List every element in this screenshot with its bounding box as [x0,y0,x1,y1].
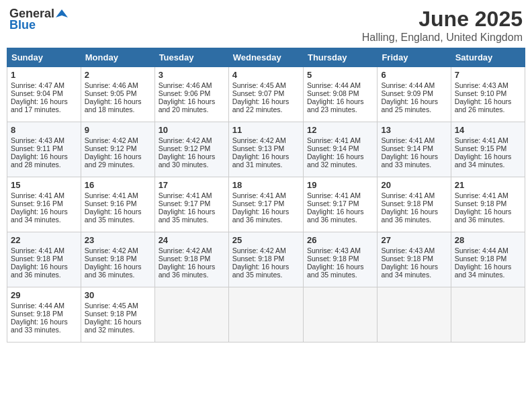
daylight-label: Daylight: 16 hours and 25 minutes. [381,97,438,113]
sunset-label: Sunset: 9:18 PM [85,255,137,263]
daylight-label: Daylight: 16 hours and 35 minutes. [159,208,216,224]
day-number: 2 [85,70,151,80]
sunrise-label: Sunrise: 4:44 AM [307,81,361,89]
sunset-label: Sunset: 9:18 PM [455,199,507,208]
daylight-label: Daylight: 16 hours and 34 minutes. [381,263,438,279]
day-number: 16 [85,180,151,190]
day-number: 18 [232,180,300,190]
daylight-label: Daylight: 16 hours and 22 minutes. [232,97,290,113]
calendar-cell: 17 Sunrise: 4:41 AM Sunset: 9:17 PM Dayl… [154,177,228,232]
calendar-cell: 1 Sunrise: 4:47 AM Sunset: 9:04 PM Dayli… [7,67,81,122]
sunrise-label: Sunrise: 4:42 AM [85,246,138,255]
sunrise-label: Sunrise: 4:41 AM [307,191,361,199]
calendar-cell: 15 Sunrise: 4:41 AM Sunset: 9:16 PM Dayl… [7,177,81,232]
sunrise-label: Sunrise: 4:43 AM [11,136,64,144]
header-friday: Friday [378,48,451,67]
calendar-cell: 2 Sunrise: 4:46 AM Sunset: 9:05 PM Dayli… [81,67,154,122]
sunset-label: Sunset: 9:13 PM [232,144,285,152]
calendar-cell: 10 Sunrise: 4:42 AM Sunset: 9:12 PM Dayl… [154,122,228,177]
sunrise-label: Sunrise: 4:41 AM [232,191,286,199]
day-number: 25 [232,235,300,245]
calendar-week-row: 1 Sunrise: 4:47 AM Sunset: 9:04 PM Dayli… [7,67,525,122]
sunrise-label: Sunrise: 4:41 AM [455,191,508,199]
title-block: June 2025 Halling, England, United Kingd… [362,7,523,44]
day-number: 15 [11,180,77,190]
day-number: 29 [11,290,77,300]
daylight-label: Daylight: 16 hours and 18 minutes. [85,97,142,113]
calendar-cell: 21 Sunrise: 4:41 AM Sunset: 9:18 PM Dayl… [451,177,525,232]
logo-blue-text: Blue [9,18,36,32]
header-wednesday: Wednesday [228,48,303,67]
logo-bird-icon [56,8,68,20]
day-number: 27 [381,235,447,245]
daylight-label: Daylight: 16 hours and 36 minutes. [85,263,142,279]
calendar-cell: 16 Sunrise: 4:41 AM Sunset: 9:16 PM Dayl… [81,177,154,232]
calendar-cell [303,287,377,342]
sunrise-label: Sunrise: 4:42 AM [85,136,138,144]
sunrise-label: Sunrise: 4:45 AM [85,302,138,310]
calendar-cell: 3 Sunrise: 4:46 AM Sunset: 9:06 PM Dayli… [154,67,228,122]
daylight-label: Daylight: 16 hours and 17 minutes. [11,97,68,113]
sunrise-label: Sunrise: 4:41 AM [11,191,64,199]
day-number: 24 [159,235,225,245]
daylight-label: Daylight: 16 hours and 31 minutes. [232,152,290,169]
daylight-label: Daylight: 16 hours and 36 minutes. [307,208,364,224]
calendar-week-row: 8 Sunrise: 4:43 AM Sunset: 9:11 PM Dayli… [7,122,525,177]
calendar-cell: 8 Sunrise: 4:43 AM Sunset: 9:11 PM Dayli… [7,122,81,177]
daylight-label: Daylight: 16 hours and 35 minutes. [307,263,364,279]
sunset-label: Sunset: 9:11 PM [11,144,63,152]
calendar-cell: 27 Sunrise: 4:43 AM Sunset: 9:18 PM Dayl… [378,232,451,287]
day-number: 19 [307,180,373,190]
calendar-cell [378,287,451,342]
sunset-label: Sunset: 9:05 PM [85,89,137,97]
sunset-label: Sunset: 9:18 PM [11,255,63,263]
calendar-cell: 24 Sunrise: 4:42 AM Sunset: 9:18 PM Dayl… [154,232,228,287]
sunset-label: Sunset: 9:15 PM [455,144,507,152]
calendar-cell: 25 Sunrise: 4:42 AM Sunset: 9:18 PM Dayl… [228,232,303,287]
sunrise-label: Sunrise: 4:41 AM [159,191,212,199]
svg-marker-0 [56,9,68,17]
day-number: 14 [455,125,521,135]
calendar-cell: 30 Sunrise: 4:45 AM Sunset: 9:18 PM Dayl… [81,287,154,342]
header-sunday: Sunday [7,48,81,67]
calendar-cell: 4 Sunrise: 4:45 AM Sunset: 9:07 PM Dayli… [228,67,303,122]
sunrise-label: Sunrise: 4:46 AM [159,81,212,89]
sunset-label: Sunset: 9:09 PM [381,89,433,97]
daylight-label: Daylight: 16 hours and 34 minutes. [455,152,512,169]
calendar-cell: 23 Sunrise: 4:42 AM Sunset: 9:18 PM Dayl… [81,232,154,287]
sunset-label: Sunset: 9:06 PM [159,89,211,97]
sunset-label: Sunset: 9:18 PM [85,310,137,318]
day-number: 6 [381,70,447,80]
calendar-cell [228,287,303,342]
day-number: 21 [455,180,521,190]
daylight-label: Daylight: 16 hours and 36 minutes. [381,208,438,224]
day-number: 13 [381,125,447,135]
sunset-label: Sunset: 9:07 PM [232,89,285,97]
sunrise-label: Sunrise: 4:45 AM [232,81,286,89]
daylight-label: Daylight: 16 hours and 35 minutes. [232,263,290,279]
sunrise-label: Sunrise: 4:46 AM [85,81,138,89]
location-title: Halling, England, United Kingdom [362,32,523,44]
sunset-label: Sunset: 9:16 PM [85,199,137,208]
calendar-cell: 29 Sunrise: 4:44 AM Sunset: 9:18 PM Dayl… [7,287,81,342]
sunrise-label: Sunrise: 4:41 AM [455,136,508,144]
daylight-label: Daylight: 16 hours and 23 minutes. [307,97,364,113]
calendar-cell: 19 Sunrise: 4:41 AM Sunset: 9:17 PM Dayl… [303,177,377,232]
logo: General Blue [9,7,68,32]
calendar-cell: 18 Sunrise: 4:41 AM Sunset: 9:17 PM Dayl… [228,177,303,232]
calendar-cell: 6 Sunrise: 4:44 AM Sunset: 9:09 PM Dayli… [378,67,451,122]
day-number: 5 [307,70,373,80]
sunrise-label: Sunrise: 4:42 AM [232,246,286,255]
day-number: 9 [85,125,151,135]
sunrise-label: Sunrise: 4:44 AM [381,81,435,89]
month-title: June 2025 [362,7,523,32]
sunset-label: Sunset: 9:18 PM [232,255,285,263]
daylight-label: Daylight: 16 hours and 36 minutes. [11,263,68,279]
calendar-cell [451,287,525,342]
sunset-label: Sunset: 9:17 PM [307,199,359,208]
sunset-label: Sunset: 9:18 PM [381,255,433,263]
day-number: 4 [232,70,300,80]
sunset-label: Sunset: 9:10 PM [455,89,507,97]
calendar-cell: 22 Sunrise: 4:41 AM Sunset: 9:18 PM Dayl… [7,232,81,287]
calendar-week-row: 29 Sunrise: 4:44 AM Sunset: 9:18 PM Dayl… [7,287,525,342]
